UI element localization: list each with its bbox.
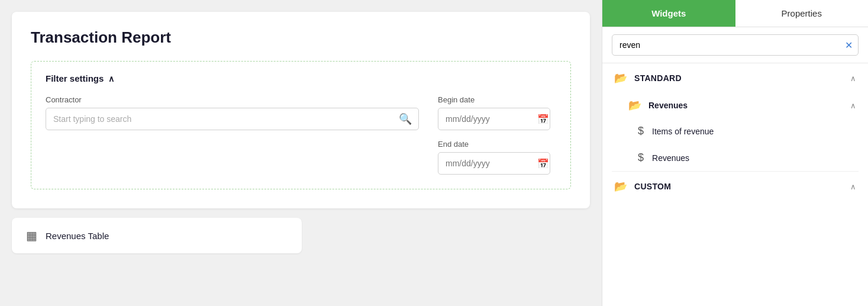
folder-icon-standard: 📂 — [614, 72, 627, 85]
chevron-up-standard: ∧ — [850, 74, 856, 83]
sidebar-tabs: Widgets Properties — [602, 0, 868, 27]
sidebar-content: 📂 STANDARD ∧ 📂 Revenues ∧ $ Items of rev… — [602, 63, 868, 306]
end-date-group: End date 📅 — [438, 140, 556, 175]
begin-date-input[interactable] — [438, 108, 550, 130]
tab-widgets[interactable]: Widgets — [602, 0, 735, 27]
contractor-label: Contractor — [46, 95, 419, 104]
subcategory-revenues-label: Revenues — [648, 101, 688, 110]
main-panel: Transaction Report Filter settings ∧ Con… — [12, 12, 590, 208]
chevron-up-revenues: ∧ — [850, 101, 856, 110]
category-standard[interactable]: 📂 STANDARD ∧ — [602, 63, 868, 93]
folder-icon-custom: 📂 — [614, 180, 627, 193]
begin-date-group: Begin date 📅 — [438, 95, 556, 130]
table-icon: ▦ — [26, 228, 37, 243]
filter-collapse-icon[interactable]: ∧ — [108, 74, 114, 83]
sidebar: Widgets Properties ✕ 📂 STANDARD ∧ 📂 Reve… — [602, 0, 868, 306]
category-custom[interactable]: 📂 CUSTOM ∧ — [602, 172, 868, 201]
category-standard-left: 📂 STANDARD — [614, 72, 682, 85]
subcategory-revenues-left: 📂 Revenues — [628, 99, 688, 112]
dollar-icon-items: $ — [638, 125, 644, 137]
end-date-input[interactable] — [438, 152, 550, 175]
main-area: Transaction Report Filter settings ∧ Con… — [0, 0, 602, 306]
revenues-table-label: Revenues Table — [46, 231, 109, 241]
end-calendar-icon[interactable]: 📅 — [537, 158, 549, 169]
widget-revenues[interactable]: $ Revenues — [602, 144, 868, 171]
items-of-revenue-label: Items of revenue — [652, 127, 714, 136]
filter-settings-label: Filter settings — [46, 73, 104, 83]
begin-date-label: Begin date — [438, 95, 556, 104]
chevron-up-custom: ∧ — [850, 182, 856, 191]
dollar-icon-revenues: $ — [638, 152, 644, 164]
folder-icon-revenues: 📂 — [628, 99, 641, 112]
widget-items-of-revenue[interactable]: $ Items of revenue — [602, 118, 868, 144]
search-icon: 🔍 — [399, 112, 412, 125]
contractor-section: Contractor 🔍 — [46, 95, 419, 130]
date-section: Begin date 📅 End date 📅 — [438, 95, 556, 175]
page-title: Transaction Report — [31, 28, 571, 47]
category-custom-label: CUSTOM — [634, 182, 671, 191]
begin-calendar-icon[interactable]: 📅 — [537, 114, 549, 125]
subcategory-revenues[interactable]: 📂 Revenues ∧ — [602, 93, 868, 118]
tab-properties[interactable]: Properties — [735, 0, 869, 27]
sidebar-search-wrapper: ✕ — [602, 27, 868, 63]
filter-content: Contractor 🔍 Begin date 📅 — [46, 95, 556, 175]
contractor-search-input[interactable] — [46, 108, 419, 130]
category-standard-label: STANDARD — [634, 73, 682, 83]
begin-date-wrapper: 📅 — [438, 108, 556, 130]
contractor-input-wrapper: 🔍 — [46, 108, 419, 130]
sidebar-search-input[interactable] — [612, 34, 859, 56]
revenues-table-widget[interactable]: ▦ Revenues Table — [12, 218, 302, 253]
end-date-wrapper: 📅 — [438, 152, 556, 175]
revenues-entry-label: Revenues — [652, 153, 689, 163]
category-custom-left: 📂 CUSTOM — [614, 180, 671, 193]
filter-header: Filter settings ∧ — [46, 73, 556, 83]
clear-search-icon[interactable]: ✕ — [845, 40, 853, 51]
filter-box: Filter settings ∧ Contractor 🔍 Begin dat… — [31, 61, 571, 189]
end-date-label: End date — [438, 140, 556, 149]
